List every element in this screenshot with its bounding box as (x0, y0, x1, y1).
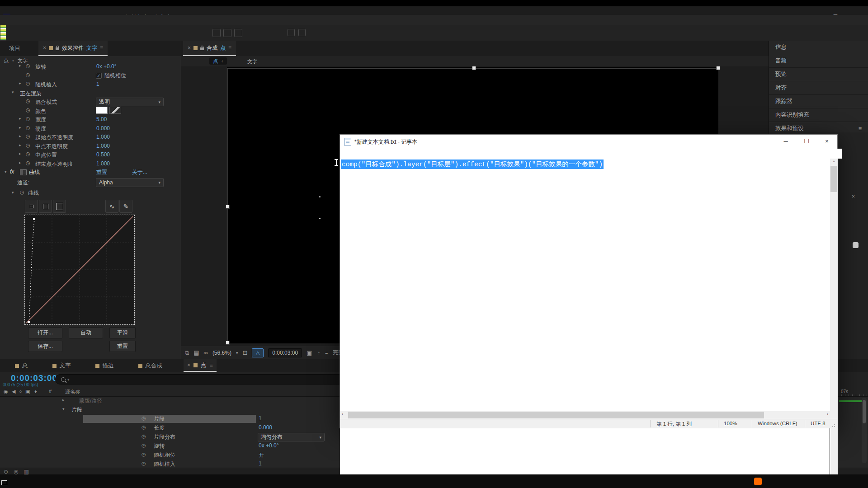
expander-icon[interactable]: ▸ (19, 134, 21, 138)
checkbox-checked-icon[interactable] (96, 73, 102, 79)
property-value[interactable]: 5.00 (96, 116, 107, 122)
mask-toggle-button[interactable]: △ (252, 348, 264, 357)
audio-icon[interactable]: ◀ (12, 389, 15, 394)
tool-button[interactable] (52, 27, 63, 38)
crumb-parent[interactable]: 文字 (247, 58, 257, 65)
open-button[interactable]: 打开... (28, 327, 62, 338)
timeline-tab[interactable]: 文字 (49, 359, 74, 372)
mask-visibility-icon[interactable]: ∞ (204, 349, 208, 356)
property-value[interactable]: 0x +0.0° (259, 442, 279, 449)
notepad-minimize-button[interactable]: ─ (775, 135, 796, 149)
expander-icon[interactable]: ▸ (19, 63, 21, 68)
stopwatch-icon[interactable]: ◷ (142, 451, 146, 457)
notepad-close-button[interactable]: × (816, 135, 837, 149)
effect-property-row[interactable]: ▸ ◷ 结束点不透明度 1.000 1.000 1.000 (0, 160, 181, 169)
menu-item[interactable] (22, 17, 27, 20)
property-value[interactable]: 1.000 (96, 160, 110, 167)
menu-item[interactable] (12, 17, 17, 20)
effect-property-row[interactable]: ▸ ◷ 中点不透明度 1.000 1.000 1.000 (0, 142, 181, 151)
transfer-controls-icon[interactable]: ▥ (24, 469, 29, 475)
notepad-menu-item[interactable] (388, 152, 395, 154)
solo-icon[interactable]: ○ (19, 389, 22, 394)
eyedropper-icon[interactable] (109, 107, 121, 114)
dock-panel-header[interactable]: 音频 (769, 54, 868, 68)
property-value[interactable]: 1 (96, 81, 99, 87)
time-ruler[interactable]: 07s (838, 388, 868, 396)
graph-editor-icon[interactable]: ◎ (14, 469, 18, 475)
expander-icon[interactable]: ▾ (62, 407, 65, 411)
dock-panel-header[interactable]: 对齐 (769, 81, 868, 95)
menu-item[interactable] (32, 17, 37, 20)
zoom-level[interactable]: (56.6%) (212, 350, 231, 356)
stopwatch-icon[interactable]: ◷ (142, 460, 146, 466)
preset-thumb[interactable] (853, 242, 859, 248)
close-icon[interactable]: × (188, 45, 191, 51)
snapshot-camera-icon[interactable]: ▣ (307, 349, 312, 356)
tool-button[interactable] (40, 27, 52, 38)
stopwatch-icon[interactable]: ◷ (26, 107, 30, 113)
tab-effect-controls[interactable]: × 效果控件 文字 ≡ (38, 41, 108, 56)
tool-button[interactable] (169, 27, 181, 38)
property-value[interactable]: 1 (259, 415, 262, 422)
scroll-right-icon[interactable]: › (827, 412, 828, 417)
save-button[interactable]: 保存... (28, 341, 62, 352)
tool-button[interactable] (146, 27, 157, 38)
property-value[interactable]: 0x +0.0° (96, 63, 117, 70)
source-name-column[interactable]: 源名称 (65, 389, 80, 395)
stopwatch-icon[interactable]: ◷ (142, 442, 146, 448)
dock-panel-header[interactable]: 预览 (769, 68, 868, 81)
expander-icon[interactable]: ▾ (5, 169, 7, 174)
preview-time[interactable]: 0:00:03:00 (268, 348, 302, 357)
tool-option-icon[interactable] (223, 29, 231, 37)
resize-grip[interactable] (832, 423, 836, 427)
property-value[interactable]: 0.500 (96, 151, 110, 158)
scrollbar-thumb[interactable] (830, 166, 837, 192)
scroll-left-icon[interactable]: ‹ (342, 412, 343, 417)
panel-menu-icon[interactable]: ≡ (228, 45, 231, 51)
timeline-tab[interactable]: 总合成 (135, 359, 166, 372)
stopwatch-icon[interactable]: ◷ (26, 133, 30, 139)
tool-button[interactable] (122, 27, 134, 38)
curve-grid-medium-button[interactable] (39, 200, 52, 213)
tool-option-icon[interactable] (212, 29, 221, 37)
taskbar-app-icon[interactable] (1, 480, 7, 485)
tray-icon[interactable] (754, 478, 762, 485)
curve-property-row[interactable]: ▾ ◷ 曲线 (0, 189, 181, 198)
expander-icon[interactable]: ▸ (19, 151, 21, 156)
auto-button[interactable]: 自动 (69, 327, 103, 338)
layer-handle[interactable] (472, 66, 476, 70)
timeline-tab[interactable]: 描边 (92, 359, 117, 372)
stopwatch-icon[interactable]: ◷ (26, 125, 30, 131)
stopwatch-icon[interactable]: ◷ (26, 116, 30, 122)
notepad-text-area[interactable]: comp("目标合成").layer("目标层").effect("目标效果")… (340, 159, 830, 488)
expander-icon[interactable]: ▾ (12, 90, 14, 94)
stopwatch-icon[interactable]: ◷ (26, 98, 30, 104)
menu-item[interactable] (81, 17, 87, 20)
stopwatch-icon[interactable]: ◷ (142, 433, 146, 439)
menu-item[interactable] (2, 17, 7, 20)
curves-effect-header[interactable]: ▾ fx 曲线 重置 关于... (0, 168, 181, 177)
selected-expression-text[interactable]: comp("目标合成").layer("目标层").effect("目标效果")… (341, 160, 604, 169)
property-value[interactable]: 0.000 (96, 125, 110, 131)
notepad-horizontal-scrollbar[interactable]: ‹ › (340, 411, 830, 419)
notepad-maximize-button[interactable]: ☐ (796, 135, 817, 149)
always-preview-icon[interactable]: ⧉ (185, 349, 189, 357)
tool-button[interactable] (28, 27, 40, 38)
menu-item[interactable] (71, 17, 77, 20)
lock-icon[interactable]: ▣ (25, 389, 30, 394)
chevron-down-icon[interactable]: ▾ (236, 351, 238, 355)
current-time-display[interactable]: 0:00:03:00 (11, 373, 57, 383)
effect-property-row[interactable]: ◷ 混合模式 透明 透明 透明 (0, 98, 181, 107)
tab-project[interactable]: 项目 (5, 45, 24, 52)
label-icon[interactable]: ♦ (34, 389, 37, 394)
timeline-scrollbar[interactable] (862, 398, 867, 463)
tool-button[interactable] (134, 27, 146, 38)
notepad-menu-item[interactable] (366, 152, 373, 154)
notepad-title-bar[interactable]: *新建文本文档.txt - 记事本 ─ ☐ × (340, 135, 837, 149)
notepad-vertical-scrollbar[interactable]: ˄ ˅ (830, 159, 838, 488)
property-dropdown[interactable]: 透明 (96, 98, 164, 106)
panel-menu-icon[interactable]: ≡ (210, 362, 213, 368)
effect-property-row[interactable]: ▸ ◷ 硬度 0.000 0.000 0.000 (0, 124, 181, 133)
tool-button[interactable] (157, 27, 169, 38)
stopwatch-icon[interactable]: ◷ (26, 160, 30, 166)
